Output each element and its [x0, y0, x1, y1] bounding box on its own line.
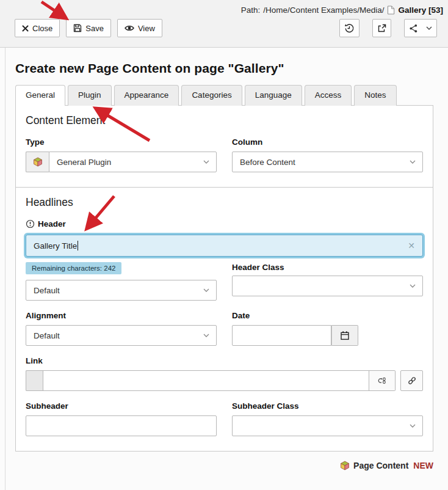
path-label: Path:: [241, 5, 261, 15]
page-document-icon: [387, 5, 395, 15]
tab-access[interactable]: Access: [305, 85, 352, 106]
external-link-icon: [377, 24, 386, 33]
text-caret: [78, 241, 78, 250]
save-floppy-icon: [73, 24, 82, 32]
calendar-icon: [340, 331, 350, 340]
form-panel: Content Element Type General Plugin: [15, 105, 433, 452]
tab-appearance[interactable]: Appearance: [114, 85, 179, 106]
type-select-value: General Plugin: [57, 158, 111, 167]
subheader-input[interactable]: [26, 415, 217, 436]
page-title: Create new Page Content on page "Gallery…: [15, 61, 433, 76]
tab-language[interactable]: Language: [245, 85, 302, 106]
record-footer: Page Content NEW: [15, 452, 433, 470]
header-type-value: Default: [34, 286, 60, 295]
section-heading: Headlines: [26, 196, 423, 209]
view-eye-icon: [125, 24, 134, 32]
subheader-label: Subheader: [26, 401, 217, 411]
chevron-down-icon: [203, 334, 209, 337]
header-class-select[interactable]: [232, 276, 423, 296]
tab-plugin[interactable]: Plugin: [68, 85, 112, 106]
history-icon: [344, 23, 355, 34]
alignment-select[interactable]: Default: [26, 325, 217, 346]
link-picker-icon: [377, 376, 387, 386]
date-label: Date: [232, 310, 423, 321]
tab-general[interactable]: General: [15, 85, 65, 106]
column-label: Column: [232, 137, 423, 147]
link-browser-button[interactable]: [400, 370, 423, 391]
module-body: Create new Page Content on page "Gallery…: [5, 48, 448, 490]
chevron-down-icon: [203, 160, 209, 164]
close-icon: [22, 25, 29, 32]
close-label: Close: [32, 24, 52, 33]
share-icon: [409, 24, 418, 33]
plugin-cube-icon: [33, 157, 43, 167]
history-button[interactable]: [339, 19, 359, 37]
subheader-class-label: Subheader Class: [232, 401, 423, 411]
doc-header-toolbar: Close Save View: [0, 15, 448, 37]
info-exclamation-icon: [26, 219, 35, 229]
link-label: Link: [26, 356, 423, 366]
alignment-value: Default: [34, 331, 60, 340]
share-dropdown-button[interactable]: [404, 19, 437, 37]
column-select[interactable]: Before Content: [232, 152, 423, 172]
chevron-down-icon: [410, 284, 416, 288]
section-content-element: Content Element Type General Plugin: [16, 106, 433, 187]
breadcrumb: Path: /Home/Content Examples/Media/ Gall…: [0, 0, 448, 15]
page-reference: Gallery [53]: [398, 5, 443, 15]
tab-bar: General Plugin Appearance Categories Lan…: [15, 84, 433, 105]
tab-categories[interactable]: Categories: [181, 85, 242, 106]
subheader-class-select[interactable]: [232, 415, 423, 436]
chevron-down-icon: [426, 26, 432, 30]
type-select[interactable]: General Plugin: [49, 152, 217, 172]
save-button[interactable]: Save: [66, 19, 111, 37]
header-input[interactable]: Gallery Title ✕: [26, 235, 423, 257]
view-button[interactable]: View: [117, 19, 162, 37]
link-prefix-box: [26, 370, 43, 391]
close-button[interactable]: Close: [15, 19, 60, 37]
link-input[interactable]: [43, 370, 369, 391]
chevron-down-icon: [410, 160, 416, 164]
link-chain-icon: [407, 376, 417, 386]
chevron-down-icon: [203, 288, 209, 292]
date-picker-button[interactable]: [331, 325, 358, 346]
remaining-characters-badge: Remaining characters: 242: [26, 262, 121, 274]
record-new-flag: NEW: [413, 461, 433, 470]
plugin-cube-icon: [340, 461, 350, 470]
tab-notes[interactable]: Notes: [354, 85, 396, 106]
type-label: Type: [26, 137, 217, 147]
header-label: Header: [38, 219, 66, 229]
view-label: View: [138, 24, 155, 33]
section-heading: Content Element: [26, 114, 423, 127]
header-input-value: Gallery Title: [34, 241, 77, 250]
chevron-down-icon: [410, 424, 416, 428]
date-input[interactable]: [232, 325, 331, 346]
link-record-picker-button[interactable]: [369, 370, 396, 391]
open-in-new-window-button[interactable]: [372, 19, 391, 37]
header-type-select[interactable]: Default: [26, 280, 217, 301]
header-class-label: Header Class: [232, 262, 423, 272]
section-headlines: Headlines Header Gallery Title ✕ Remaini…: [16, 187, 433, 451]
top-bar: Path: /Home/Content Examples/Media/ Gall…: [0, 0, 448, 48]
path-value: /Home/Content Examples/Media/: [263, 5, 384, 15]
column-select-value: Before Content: [240, 158, 295, 167]
record-type-label: Page Content: [353, 461, 408, 470]
save-label: Save: [85, 24, 104, 33]
clear-input-icon[interactable]: ✕: [408, 241, 415, 250]
type-icon-box: [26, 152, 49, 172]
alignment-label: Alignment: [26, 310, 217, 321]
